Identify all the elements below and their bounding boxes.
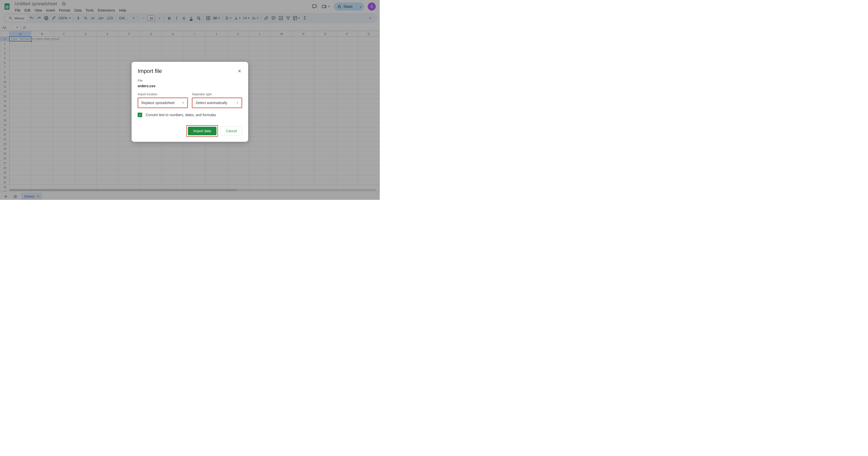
cell[interactable] [292, 99, 314, 104]
cell[interactable] [249, 137, 271, 142]
row-header[interactable]: 19 [0, 123, 9, 127]
cell[interactable] [249, 156, 271, 161]
cell[interactable] [31, 37, 53, 41]
cell[interactable] [75, 80, 97, 84]
cell[interactable] [358, 104, 380, 108]
row-header[interactable]: 1 [0, 37, 9, 41]
cell[interactable] [162, 51, 184, 56]
cell[interactable] [118, 166, 140, 170]
cell[interactable] [292, 118, 314, 123]
cell[interactable] [314, 113, 336, 118]
cell[interactable] [118, 180, 140, 185]
row-header[interactable]: 10 [0, 80, 9, 84]
cell[interactable] [53, 151, 75, 156]
cell[interactable] [31, 65, 53, 70]
cell[interactable] [358, 142, 380, 147]
cell[interactable] [314, 170, 336, 175]
cell[interactable] [140, 161, 162, 166]
row-header[interactable]: 6 [0, 61, 9, 65]
cell[interactable] [314, 46, 336, 51]
cell[interactable] [227, 185, 249, 190]
cell[interactable] [271, 175, 292, 180]
cell[interactable] [118, 41, 140, 46]
cell[interactable] [75, 161, 97, 166]
borders-button[interactable] [205, 14, 212, 22]
cell[interactable] [31, 104, 53, 108]
cell[interactable] [53, 37, 75, 41]
cell[interactable] [358, 80, 380, 84]
cell[interactable] [31, 41, 53, 46]
cell[interactable] [292, 113, 314, 118]
cell[interactable] [292, 137, 314, 142]
cell[interactable] [9, 123, 31, 127]
cell[interactable] [206, 170, 227, 175]
cell[interactable] [184, 151, 206, 156]
cell[interactable] [358, 56, 380, 61]
row-header[interactable]: 30 [0, 175, 9, 180]
cell[interactable] [314, 84, 336, 89]
cell[interactable] [227, 142, 249, 147]
cell[interactable] [97, 94, 119, 99]
row-header[interactable]: 12 [0, 89, 9, 94]
number-format-button[interactable]: 123 [105, 14, 114, 22]
cell[interactable] [75, 175, 97, 180]
cell[interactable] [75, 41, 97, 46]
cell[interactable] [336, 127, 358, 132]
cell[interactable] [31, 170, 53, 175]
cell[interactable] [97, 89, 119, 94]
cell[interactable] [162, 161, 184, 166]
cell[interactable] [292, 75, 314, 80]
cell[interactable] [75, 127, 97, 132]
cell[interactable] [358, 108, 380, 113]
cell[interactable] [271, 89, 292, 94]
cell[interactable] [314, 94, 336, 99]
cell[interactable] [336, 56, 358, 61]
filter-button[interactable] [285, 14, 291, 22]
cell[interactable] [358, 170, 380, 175]
cell[interactable] [118, 147, 140, 151]
cell[interactable] [31, 94, 53, 99]
row-header[interactable]: 29 [0, 170, 9, 175]
cell[interactable] [97, 142, 119, 147]
cell[interactable] [31, 51, 53, 56]
cell[interactable] [358, 41, 380, 46]
cell[interactable] [336, 104, 358, 108]
cell[interactable] [314, 166, 336, 170]
cell[interactable] [314, 137, 336, 142]
cell[interactable] [53, 118, 75, 123]
cell[interactable] [292, 41, 314, 46]
cell[interactable] [53, 84, 75, 89]
cell[interactable] [31, 156, 53, 161]
font-size-input[interactable] [148, 15, 155, 21]
cell[interactable] [9, 70, 31, 75]
cell[interactable] [249, 99, 271, 104]
cell[interactable] [336, 61, 358, 65]
menu-data[interactable]: Data [72, 7, 83, 13]
cell[interactable] [97, 41, 119, 46]
cell[interactable] [271, 51, 292, 56]
cell[interactable] [31, 132, 53, 137]
bold-button[interactable]: B [166, 14, 173, 22]
cell[interactable] [75, 65, 97, 70]
cell[interactable] [358, 84, 380, 89]
cell[interactable] [97, 113, 119, 118]
cell[interactable] [336, 180, 358, 185]
cell[interactable] [53, 185, 75, 190]
cell[interactable] [292, 175, 314, 180]
cell[interactable] [292, 104, 314, 108]
cell[interactable] [249, 123, 271, 127]
cell[interactable] [97, 161, 119, 166]
cell[interactable] [249, 41, 271, 46]
cell[interactable] [9, 185, 31, 190]
cell[interactable] [118, 175, 140, 180]
row-header[interactable]: 4 [0, 51, 9, 56]
cell[interactable] [314, 118, 336, 123]
cell[interactable] [336, 51, 358, 56]
cell[interactable] [9, 132, 31, 137]
cell[interactable] [184, 170, 206, 175]
cell[interactable] [97, 61, 119, 65]
cancel-button[interactable]: Cancel [220, 126, 242, 136]
cell[interactable] [9, 99, 31, 104]
cell[interactable] [358, 70, 380, 75]
cell[interactable] [271, 142, 292, 147]
